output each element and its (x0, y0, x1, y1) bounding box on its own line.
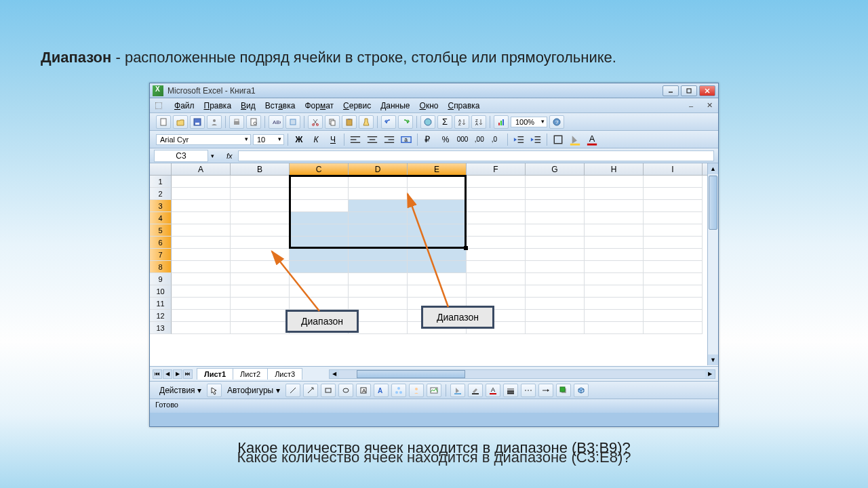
autoshapes-menu[interactable]: Автофигуры ▾ (224, 386, 283, 395)
row-11[interactable]: 11 (150, 298, 172, 310)
scroll-down-icon[interactable]: ▼ (708, 354, 718, 365)
cell-I11[interactable] (644, 298, 703, 310)
tab-nav-first[interactable]: ⏮ (153, 369, 162, 379)
col-A[interactable]: A (172, 163, 231, 175)
linestyle-button[interactable] (503, 384, 518, 397)
select-objects-button[interactable] (207, 384, 222, 397)
scroll-left-icon[interactable]: ◀ (330, 370, 339, 378)
cell-B5[interactable] (231, 224, 290, 237)
permissions-button[interactable] (207, 115, 222, 129)
col-E[interactable]: E (408, 163, 467, 175)
row-4[interactable]: 4 (150, 212, 172, 224)
row-9[interactable]: 9 (150, 273, 172, 285)
cell-C7[interactable] (290, 249, 349, 261)
cell-E1[interactable] (408, 176, 467, 188)
cell-D4[interactable] (349, 212, 408, 224)
cell-G1[interactable] (526, 176, 585, 188)
cell-C9[interactable] (290, 273, 349, 285)
cell-I10[interactable] (644, 285, 703, 298)
cell-I6[interactable] (644, 237, 703, 249)
cell-G10[interactable] (526, 285, 585, 298)
cell-C4[interactable] (290, 212, 349, 224)
row-12[interactable]: 12 (150, 310, 172, 322)
cell-C2[interactable] (290, 188, 349, 200)
cell-E8[interactable] (408, 261, 467, 273)
cell-A1[interactable] (172, 176, 231, 188)
cell-E4[interactable] (408, 212, 467, 224)
cell-A13[interactable] (172, 322, 231, 334)
row-2[interactable]: 2 (150, 188, 172, 200)
cell-G6[interactable] (526, 237, 585, 249)
rectangle-button[interactable] (321, 384, 336, 397)
cell-D6[interactable] (349, 237, 408, 249)
cell-D5[interactable] (349, 224, 408, 237)
cell-A11[interactable] (172, 298, 231, 310)
cell-E9[interactable] (408, 273, 467, 285)
cell-E7[interactable] (408, 249, 467, 261)
cell-I8[interactable] (644, 261, 703, 273)
selection-handle[interactable] (464, 246, 468, 250)
cell-H9[interactable] (585, 273, 644, 285)
cell-I3[interactable] (644, 200, 703, 212)
textbox-button[interactable]: A (356, 384, 371, 397)
col-G[interactable]: G (526, 163, 585, 175)
bold-button[interactable]: Ж (292, 133, 307, 146)
row-8[interactable]: 8 (150, 261, 172, 273)
cell-H13[interactable] (585, 322, 644, 334)
sheet-tab-2[interactable]: Лист2 (233, 368, 268, 380)
cell-F10[interactable] (467, 285, 526, 298)
cell-B9[interactable] (231, 273, 290, 285)
cell-B12[interactable] (231, 310, 290, 322)
vertical-scrollbar[interactable]: ▲ ▼ (707, 163, 718, 365)
preview-button[interactable] (246, 115, 261, 129)
currency-button[interactable]: ₽ (421, 133, 436, 146)
cell-G13[interactable] (526, 322, 585, 334)
cell-A9[interactable] (172, 273, 231, 285)
row-6[interactable]: 6 (150, 237, 172, 249)
cell-D11[interactable] (349, 298, 408, 310)
cell-G5[interactable] (526, 224, 585, 237)
cell-C3[interactable] (290, 200, 349, 212)
fillcolor-draw-button[interactable] (450, 384, 465, 397)
maximize-button[interactable] (681, 85, 697, 96)
cell-B6[interactable] (231, 237, 290, 249)
cell-F7[interactable] (467, 249, 526, 261)
cell-D10[interactable] (349, 285, 408, 298)
paste-button[interactable] (342, 115, 357, 129)
cell-A8[interactable] (172, 261, 231, 273)
cell-A7[interactable] (172, 249, 231, 261)
cell-F4[interactable] (467, 212, 526, 224)
cell-E6[interactable] (408, 237, 467, 249)
sort-asc-button[interactable]: AZ (454, 115, 469, 129)
spell-button[interactable]: ABC (269, 115, 283, 129)
font-color-button[interactable]: A (585, 133, 599, 146)
undo-button[interactable] (381, 115, 396, 129)
cell-C10[interactable] (290, 285, 349, 298)
menu-file[interactable]: Файл (174, 101, 195, 110)
cell-F5[interactable] (467, 224, 526, 237)
cell-G12[interactable] (526, 310, 585, 322)
cell-H4[interactable] (585, 212, 644, 224)
shadow-button[interactable] (556, 384, 571, 397)
vscroll-thumb[interactable] (709, 176, 717, 230)
cell-G7[interactable] (526, 249, 585, 261)
3d-button[interactable] (574, 384, 589, 397)
grid-area[interactable]: A B C D E F G H I 12345678910111213 Диап… (150, 163, 718, 367)
menu-data[interactable]: Данные (380, 101, 410, 110)
cell-F8[interactable] (467, 261, 526, 273)
align-center-button[interactable] (365, 133, 380, 146)
save-button[interactable] (190, 115, 205, 129)
menu-window[interactable]: Окно (420, 101, 439, 110)
cell-A12[interactable] (172, 310, 231, 322)
cell-D2[interactable] (349, 188, 408, 200)
italic-button[interactable]: К (309, 133, 323, 146)
menu-view[interactable]: Вид (241, 101, 256, 110)
cell-G9[interactable] (526, 273, 585, 285)
oval-button[interactable] (338, 384, 353, 397)
zoom-select[interactable]: 100% (511, 117, 547, 127)
scroll-right-icon[interactable]: ▶ (705, 370, 715, 378)
actions-menu[interactable]: Действия ▾ (157, 386, 204, 395)
cell-E5[interactable] (408, 224, 467, 237)
horizontal-scrollbar[interactable]: ◀ ▶ (329, 369, 715, 379)
research-button[interactable] (285, 115, 300, 129)
